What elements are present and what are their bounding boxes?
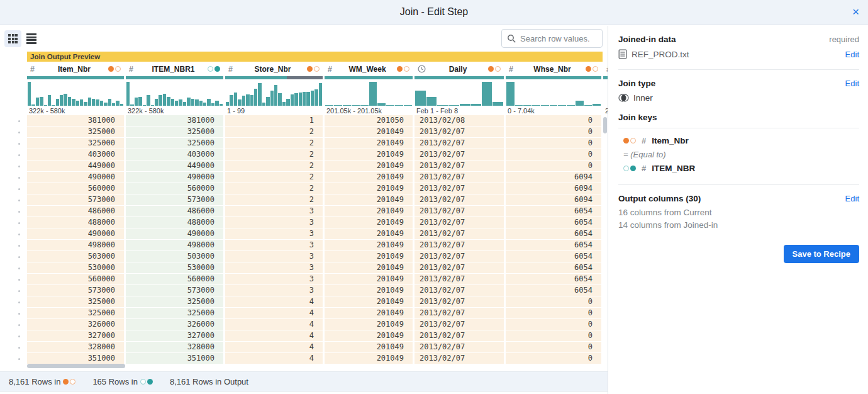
horizontal-scrollbar[interactable] — [27, 364, 125, 368]
row-marker[interactable] — [0, 160, 27, 172]
cell: 201049 — [325, 228, 413, 240]
vertical-scrollbar[interactable] — [603, 117, 607, 133]
cell: 381000 — [27, 115, 124, 127]
row-marker[interactable] — [0, 127, 27, 138]
row-marker[interactable] — [0, 274, 27, 285]
cell: 351000 — [126, 353, 223, 364]
row-marker[interactable] — [0, 240, 27, 251]
inner-join-icon — [618, 93, 629, 103]
column-header-WM_Week[interactable]: #WM_Week — [325, 62, 413, 76]
column-header-Daily[interactable]: Daily — [415, 62, 504, 76]
cell: 325000 — [27, 138, 124, 149]
row-marker[interactable] — [0, 285, 27, 296]
column-Item_Nbr: #Item_Nbr322k - 580k38100032500032500040… — [27, 62, 124, 365]
list-view-button[interactable] — [23, 30, 40, 47]
cell: 2 — [225, 149, 323, 160]
column-header-ITEM_NBR1[interactable]: #ITEM_NBR1 — [126, 62, 223, 76]
row-marker[interactable] — [0, 115, 27, 127]
joined-source-dots — [623, 166, 636, 171]
column-header-Whse_Nbr[interactable]: #Whse_Nbr — [506, 62, 601, 76]
edit-output-columns-link[interactable]: Edit — [845, 194, 859, 203]
column-header-Item_Nbr[interactable]: #Item_Nbr — [27, 62, 124, 76]
column-range-label: 322k - 580k — [126, 106, 223, 115]
cell: 2 — [225, 138, 323, 149]
cell: 325000 — [27, 308, 124, 319]
column-histogram[interactable] — [603, 79, 608, 106]
data-quality-bar[interactable] — [126, 76, 223, 79]
column-name: Item_Nbr — [40, 65, 108, 74]
grid-view-button[interactable] — [4, 30, 21, 47]
cell: 2013/02/07 — [415, 194, 504, 206]
column-header-R[interactable]: #R — [603, 62, 608, 76]
row-marker[interactable] — [0, 319, 27, 330]
search-input[interactable] — [520, 34, 594, 43]
divider — [618, 69, 859, 70]
join-type-value: Inner — [633, 93, 653, 103]
data-quality-bar[interactable] — [325, 76, 413, 79]
cell — [603, 262, 608, 274]
cell: 201049 — [325, 319, 413, 330]
row-marker[interactable] — [0, 149, 27, 160]
cell: 0 — [506, 160, 601, 172]
cell: 2013/02/07 — [415, 274, 504, 285]
cell: 2013/02/07 — [415, 160, 504, 172]
cell: 560000 — [27, 274, 124, 285]
cell: 3 — [225, 228, 323, 240]
column-histogram[interactable] — [126, 79, 223, 106]
cell: 449000 — [126, 160, 223, 172]
row-marker[interactable] — [0, 342, 27, 353]
cell: 201049 — [325, 274, 413, 285]
data-quality-bar[interactable] — [27, 76, 124, 79]
data-quality-bar[interactable] — [415, 76, 504, 79]
row-marker[interactable] — [0, 228, 27, 240]
cell: 4 — [225, 319, 323, 330]
cell: 2013/02/07 — [415, 342, 504, 353]
row-marker[interactable] — [0, 353, 27, 364]
row-marker[interactable] — [0, 262, 27, 274]
column-histogram[interactable] — [506, 79, 601, 106]
cell: 4 — [225, 308, 323, 319]
cell: 0 — [506, 342, 601, 353]
column-histogram[interactable] — [415, 79, 504, 106]
row-marker[interactable] — [0, 251, 27, 262]
edit-join-type-link[interactable]: Edit — [845, 79, 859, 88]
cell: 6054 — [506, 240, 601, 251]
cell: 201049 — [325, 206, 413, 217]
row-marker[interactable] — [0, 138, 27, 149]
row-marker[interactable] — [0, 217, 27, 228]
status-label: 8,161 Rows in — [9, 377, 60, 386]
cell: 0 — [506, 319, 601, 330]
data-quality-bar[interactable] — [506, 76, 601, 79]
row-marker[interactable] — [0, 308, 27, 319]
row-marker[interactable] — [0, 194, 27, 206]
row-marker[interactable] — [0, 330, 27, 342]
cell: 325000 — [27, 127, 124, 138]
data-quality-bar[interactable] — [603, 76, 608, 79]
join-key-right-name: ITEM_NBR — [652, 164, 695, 173]
column-histogram[interactable] — [27, 79, 124, 106]
save-to-recipe-button[interactable]: Save to Recipe — [784, 245, 860, 263]
column-histogram[interactable] — [225, 79, 323, 106]
cell: 0 — [506, 330, 601, 342]
number-type-icon: # — [642, 136, 646, 145]
cell — [603, 206, 608, 217]
data-grid: #Item_Nbr322k - 580k38100032500032500040… — [27, 62, 608, 365]
column-histogram[interactable] — [325, 79, 413, 106]
cell: 3 — [225, 251, 323, 262]
column-Store_Nbr: #Store_Nbr1 - 991222222233333333444444 — [225, 62, 323, 365]
edit-joined-in-link[interactable]: Edit — [845, 50, 859, 59]
row-marker[interactable] — [0, 296, 27, 308]
row-marker[interactable] — [0, 206, 27, 217]
cell: 327000 — [126, 330, 223, 342]
cell — [603, 228, 608, 240]
row-marker[interactable] — [0, 172, 27, 183]
column-range-label: 1 - 99 — [225, 106, 323, 115]
column-header-Store_Nbr[interactable]: #Store_Nbr — [225, 62, 323, 76]
cell: 573000 — [126, 285, 223, 296]
cell: 2 — [225, 172, 323, 183]
cell: 2013/02/07 — [415, 228, 504, 240]
data-quality-bar[interactable] — [225, 76, 323, 79]
row-marker[interactable] — [0, 183, 27, 194]
cell — [603, 183, 608, 194]
close-icon[interactable]: × — [852, 5, 859, 19]
